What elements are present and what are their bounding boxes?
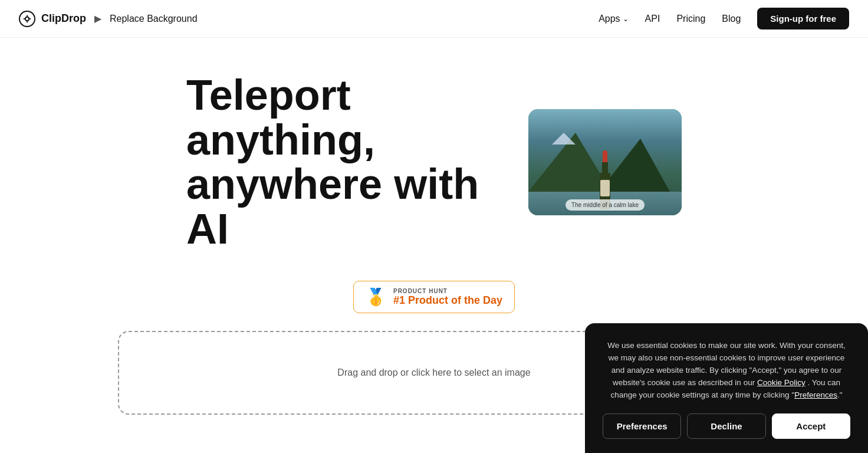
bottle-neck <box>602 162 608 173</box>
signup-button[interactable]: Sign-up for free <box>757 8 849 29</box>
clipdrop-logo[interactable] <box>19 11 35 27</box>
blog-nav-link[interactable]: Blog <box>722 14 741 24</box>
breadcrumb-page: Replace Background <box>110 14 198 24</box>
mountain-snow-icon <box>552 133 576 145</box>
product-hunt-badge-wrap: 🥇 PRODUCT HUNT #1 Product of the Day <box>0 281 868 313</box>
brand-name[interactable]: ClipDrop <box>41 12 86 25</box>
hero-bg: The middle of a calm lake <box>528 109 682 215</box>
apps-nav-link[interactable]: Apps ⌄ <box>599 14 628 24</box>
svg-point-0 <box>25 17 29 20</box>
nav-right: Apps ⌄ API Pricing Blog Sign-up for free <box>599 8 849 29</box>
hero-demo-image: The middle of a calm lake <box>528 109 682 215</box>
nav-left: ClipDrop ▶ Replace Background <box>19 11 198 27</box>
bottle-cap <box>603 150 607 162</box>
cookie-message: We use essential cookies to make our sit… <box>603 340 850 402</box>
medal-icon: 🥇 <box>366 287 386 307</box>
accept-button[interactable]: Accept <box>772 413 850 439</box>
image-caption: The middle of a calm lake <box>565 199 645 211</box>
pricing-nav-link[interactable]: Pricing <box>676 14 705 24</box>
api-nav-link[interactable]: API <box>645 14 660 24</box>
cookie-policy-link[interactable]: Cookie Policy <box>757 378 805 387</box>
hero-text: Teleport anything, anywhere with AI <box>186 73 481 251</box>
hero-section: Teleport anything, anywhere with AI <box>0 38 868 275</box>
ph-label: PRODUCT HUNT <box>393 288 502 294</box>
product-hunt-badge[interactable]: 🥇 PRODUCT HUNT #1 Product of the Day <box>353 281 515 313</box>
apps-chevron-icon: ⌄ <box>623 15 629 23</box>
hero-headline: Teleport anything, anywhere with AI <box>186 73 481 251</box>
breadcrumb-separator: ▶ <box>94 13 101 24</box>
preferences-link[interactable]: Preferences <box>794 390 837 399</box>
cookie-banner: We use essential cookies to make our sit… <box>585 323 868 453</box>
ph-text: PRODUCT HUNT #1 Product of the Day <box>393 288 502 307</box>
decline-button[interactable]: Decline <box>687 413 765 439</box>
navbar: ClipDrop ▶ Replace Background Apps ⌄ API… <box>0 0 868 38</box>
dropzone-text: Drag and drop or click here to select an… <box>337 367 530 378</box>
preferences-button[interactable]: Preferences <box>603 413 681 439</box>
cookie-button-row: Preferences Decline Accept <box>603 413 850 439</box>
ph-rank: #1 Product of the Day <box>393 294 502 307</box>
bottle-label <box>600 180 610 196</box>
